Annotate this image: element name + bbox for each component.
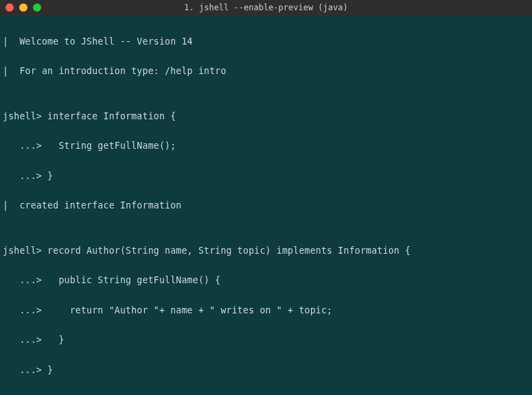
terminal-line: ...> public String getFullName() { xyxy=(3,273,529,288)
traffic-lights xyxy=(5,3,41,12)
terminal[interactable]: | Welcome to JShell -- Version 14 | For … xyxy=(0,15,532,395)
terminal-line: ...> } xyxy=(3,333,529,348)
titlebar: 1. jshell --enable-preview (java) xyxy=(0,0,532,15)
terminal-line: | created record Author xyxy=(3,393,529,395)
terminal-line: ...> String getFullName(); xyxy=(3,139,529,154)
terminal-line: jshell> record Author(String name, Strin… xyxy=(3,243,529,259)
maximize-button[interactable] xyxy=(33,3,41,12)
terminal-line: jshell> interface Information { xyxy=(3,109,529,124)
terminal-line: ...> } xyxy=(3,169,529,184)
terminal-line: | created interface Information xyxy=(3,198,529,213)
terminal-line: ...> return "Author "+ name + " writes o… xyxy=(3,303,529,318)
terminal-line: | For an introduction type: /help intro xyxy=(3,64,529,79)
terminal-line: ...> } xyxy=(3,363,529,378)
close-button[interactable] xyxy=(5,3,14,12)
window-title: 1. jshell --enable-preview (java) xyxy=(0,3,532,12)
terminal-line: | Welcome to JShell -- Version 14 xyxy=(3,34,529,49)
minimize-button[interactable] xyxy=(19,3,27,12)
